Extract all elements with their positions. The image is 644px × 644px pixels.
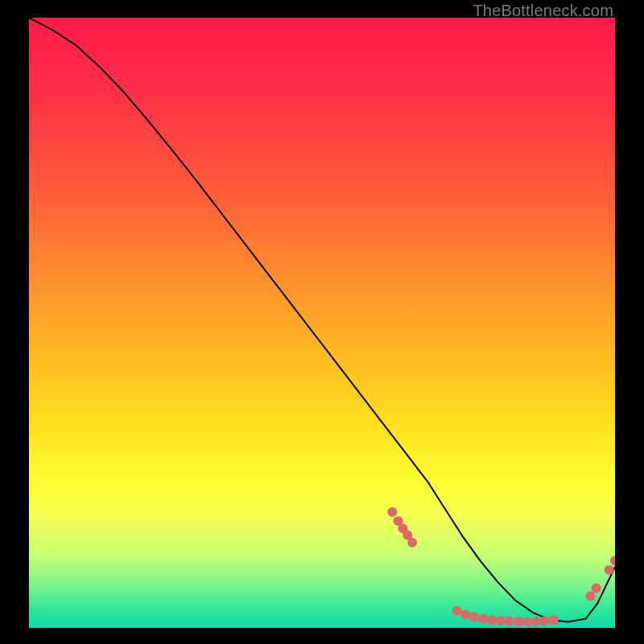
marker bbox=[478, 614, 488, 624]
marker bbox=[610, 556, 615, 566]
marker bbox=[514, 617, 523, 626]
marker bbox=[531, 617, 541, 626]
marker bbox=[452, 606, 461, 616]
line-layer bbox=[29, 18, 615, 621]
marker bbox=[592, 584, 601, 593]
marker bbox=[605, 565, 614, 575]
chart-frame: TheBottleneck.com bbox=[0, 0, 644, 644]
scatter-layer bbox=[387, 507, 615, 626]
marker bbox=[387, 507, 397, 517]
marker bbox=[522, 617, 532, 626]
series-bottleneck-curve bbox=[29, 18, 615, 621]
marker bbox=[487, 615, 497, 625]
marker bbox=[496, 616, 506, 625]
chart-svg bbox=[29, 18, 615, 628]
marker bbox=[540, 616, 550, 625]
marker bbox=[585, 592, 595, 601]
marker bbox=[549, 615, 559, 625]
marker bbox=[407, 538, 417, 547]
marker bbox=[460, 609, 470, 619]
marker bbox=[505, 617, 514, 626]
marker bbox=[469, 612, 479, 621]
plot-area bbox=[29, 18, 615, 628]
